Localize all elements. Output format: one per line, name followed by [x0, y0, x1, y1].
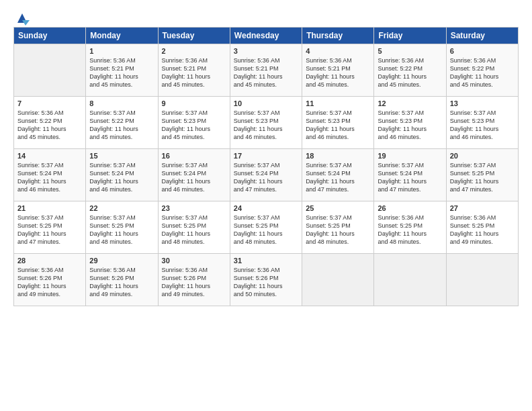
week-row-1: 1Sunrise: 5:36 AM Sunset: 5:21 PM Daylig… — [14, 44, 519, 97]
calendar-cell: 13Sunrise: 5:37 AM Sunset: 5:23 PM Dayli… — [446, 97, 518, 149]
calendar-cell: 30Sunrise: 5:36 AM Sunset: 5:26 PM Dayli… — [158, 254, 230, 306]
calendar-cell: 28Sunrise: 5:36 AM Sunset: 5:26 PM Dayli… — [14, 254, 86, 306]
day-number: 11 — [306, 99, 370, 107]
day-info: Sunrise: 5:37 AM Sunset: 5:24 PM Dayligh… — [89, 161, 154, 194]
day-number: 9 — [162, 99, 226, 107]
calendar-cell: 9Sunrise: 5:37 AM Sunset: 5:23 PM Daylig… — [158, 97, 230, 149]
day-number: 31 — [234, 257, 298, 265]
calendar-cell: 24Sunrise: 5:37 AM Sunset: 5:25 PM Dayli… — [230, 201, 302, 254]
col-header-thursday: Thursday — [302, 28, 374, 44]
calendar-cell — [302, 254, 374, 306]
calendar-cell: 11Sunrise: 5:37 AM Sunset: 5:23 PM Dayli… — [302, 97, 374, 149]
day-number: 15 — [89, 152, 154, 160]
day-number: 8 — [89, 99, 154, 107]
day-info: Sunrise: 5:37 AM Sunset: 5:25 PM Dayligh… — [162, 214, 226, 246]
calendar-cell: 26Sunrise: 5:36 AM Sunset: 5:25 PM Dayli… — [374, 201, 446, 254]
calendar-cell: 3Sunrise: 5:36 AM Sunset: 5:21 PM Daylig… — [230, 44, 302, 97]
day-info: Sunrise: 5:36 AM Sunset: 5:22 PM Dayligh… — [17, 109, 82, 142]
calendar-cell — [374, 254, 446, 306]
week-row-4: 21Sunrise: 5:37 AM Sunset: 5:25 PM Dayli… — [14, 201, 519, 254]
day-info: Sunrise: 5:37 AM Sunset: 5:24 PM Dayligh… — [378, 161, 442, 194]
day-info: Sunrise: 5:36 AM Sunset: 5:22 PM Dayligh… — [378, 56, 442, 89]
calendar-cell: 21Sunrise: 5:37 AM Sunset: 5:25 PM Dayli… — [14, 201, 86, 254]
day-number: 14 — [17, 152, 82, 160]
day-info: Sunrise: 5:36 AM Sunset: 5:26 PM Dayligh… — [162, 266, 226, 299]
col-header-sunday: Sunday — [14, 28, 86, 44]
day-number: 1 — [89, 47, 154, 55]
day-number: 12 — [378, 99, 442, 107]
day-number: 3 — [234, 47, 298, 55]
calendar-cell: 1Sunrise: 5:36 AM Sunset: 5:21 PM Daylig… — [86, 44, 158, 97]
day-info: Sunrise: 5:36 AM Sunset: 5:26 PM Dayligh… — [17, 266, 82, 299]
day-number: 27 — [450, 204, 515, 212]
calendar-cell: 29Sunrise: 5:36 AM Sunset: 5:26 PM Dayli… — [86, 254, 158, 306]
calendar-cell: 8Sunrise: 5:37 AM Sunset: 5:22 PM Daylig… — [86, 97, 158, 149]
day-info: Sunrise: 5:37 AM Sunset: 5:25 PM Dayligh… — [234, 214, 298, 246]
day-number: 25 — [306, 204, 370, 212]
col-header-monday: Monday — [86, 28, 158, 44]
day-number: 28 — [17, 257, 82, 265]
week-row-3: 14Sunrise: 5:37 AM Sunset: 5:24 PM Dayli… — [14, 149, 519, 201]
calendar-cell: 17Sunrise: 5:37 AM Sunset: 5:24 PM Dayli… — [230, 149, 302, 201]
calendar-cell: 15Sunrise: 5:37 AM Sunset: 5:24 PM Dayli… — [86, 149, 158, 201]
day-number: 16 — [162, 152, 226, 160]
calendar-cell: 4Sunrise: 5:36 AM Sunset: 5:21 PM Daylig… — [302, 44, 374, 97]
day-number: 7 — [17, 99, 82, 107]
day-info: Sunrise: 5:36 AM Sunset: 5:21 PM Dayligh… — [306, 56, 370, 89]
day-info: Sunrise: 5:37 AM Sunset: 5:25 PM Dayligh… — [17, 214, 82, 246]
calendar-cell: 2Sunrise: 5:36 AM Sunset: 5:21 PM Daylig… — [158, 44, 230, 97]
calendar-cell: 6Sunrise: 5:36 AM Sunset: 5:22 PM Daylig… — [446, 44, 518, 97]
day-number: 21 — [17, 204, 82, 212]
day-number: 5 — [378, 47, 442, 55]
day-info: Sunrise: 5:37 AM Sunset: 5:25 PM Dayligh… — [450, 161, 515, 194]
calendar-cell: 23Sunrise: 5:37 AM Sunset: 5:25 PM Dayli… — [158, 201, 230, 254]
calendar-cell: 5Sunrise: 5:36 AM Sunset: 5:22 PM Daylig… — [374, 44, 446, 97]
col-header-saturday: Saturday — [446, 28, 518, 44]
calendar-cell: 7Sunrise: 5:36 AM Sunset: 5:22 PM Daylig… — [14, 97, 86, 149]
calendar-cell: 25Sunrise: 5:37 AM Sunset: 5:25 PM Dayli… — [302, 201, 374, 254]
calendar-cell: 20Sunrise: 5:37 AM Sunset: 5:25 PM Dayli… — [446, 149, 518, 201]
day-number: 24 — [234, 204, 298, 212]
day-info: Sunrise: 5:37 AM Sunset: 5:22 PM Dayligh… — [89, 109, 154, 142]
calendar-cell: 31Sunrise: 5:36 AM Sunset: 5:26 PM Dayli… — [230, 254, 302, 306]
logo — [13, 12, 30, 23]
week-row-2: 7Sunrise: 5:36 AM Sunset: 5:22 PM Daylig… — [14, 97, 519, 149]
day-info: Sunrise: 5:37 AM Sunset: 5:25 PM Dayligh… — [306, 214, 370, 246]
col-header-friday: Friday — [374, 28, 446, 44]
day-number: 26 — [378, 204, 442, 212]
day-number: 29 — [89, 257, 154, 265]
day-number: 13 — [450, 99, 515, 107]
calendar-header-row: SundayMondayTuesdayWednesdayThursdayFrid… — [14, 28, 519, 44]
day-info: Sunrise: 5:36 AM Sunset: 5:21 PM Dayligh… — [162, 56, 226, 89]
calendar-cell — [446, 254, 518, 306]
day-number: 20 — [450, 152, 515, 160]
day-info: Sunrise: 5:37 AM Sunset: 5:25 PM Dayligh… — [89, 214, 154, 246]
calendar-cell: 14Sunrise: 5:37 AM Sunset: 5:24 PM Dayli… — [14, 149, 86, 201]
header — [13, 12, 519, 23]
day-info: Sunrise: 5:37 AM Sunset: 5:24 PM Dayligh… — [234, 161, 298, 194]
day-number: 22 — [89, 204, 154, 212]
calendar-cell: 19Sunrise: 5:37 AM Sunset: 5:24 PM Dayli… — [374, 149, 446, 201]
day-number: 10 — [234, 99, 298, 107]
day-number: 19 — [378, 152, 442, 160]
day-info: Sunrise: 5:36 AM Sunset: 5:26 PM Dayligh… — [234, 266, 298, 299]
calendar-cell: 18Sunrise: 5:37 AM Sunset: 5:24 PM Dayli… — [302, 149, 374, 201]
calendar-cell: 22Sunrise: 5:37 AM Sunset: 5:25 PM Dayli… — [86, 201, 158, 254]
day-info: Sunrise: 5:37 AM Sunset: 5:24 PM Dayligh… — [17, 161, 82, 194]
day-info: Sunrise: 5:37 AM Sunset: 5:24 PM Dayligh… — [162, 161, 226, 194]
day-info: Sunrise: 5:37 AM Sunset: 5:23 PM Dayligh… — [306, 109, 370, 142]
calendar-table: SundayMondayTuesdayWednesdayThursdayFrid… — [13, 27, 519, 306]
logo-icon — [15, 11, 30, 26]
day-info: Sunrise: 5:37 AM Sunset: 5:23 PM Dayligh… — [162, 109, 226, 142]
day-info: Sunrise: 5:37 AM Sunset: 5:23 PM Dayligh… — [234, 109, 298, 142]
day-info: Sunrise: 5:36 AM Sunset: 5:25 PM Dayligh… — [378, 214, 442, 246]
calendar-cell: 10Sunrise: 5:37 AM Sunset: 5:23 PM Dayli… — [230, 97, 302, 149]
day-number: 4 — [306, 47, 370, 55]
week-row-5: 28Sunrise: 5:36 AM Sunset: 5:26 PM Dayli… — [14, 254, 519, 306]
calendar-cell: 27Sunrise: 5:36 AM Sunset: 5:25 PM Dayli… — [446, 201, 518, 254]
page-container: SundayMondayTuesdayWednesdayThursdayFrid… — [0, 0, 532, 313]
col-header-wednesday: Wednesday — [230, 28, 302, 44]
day-info: Sunrise: 5:37 AM Sunset: 5:24 PM Dayligh… — [306, 161, 370, 194]
day-info: Sunrise: 5:36 AM Sunset: 5:21 PM Dayligh… — [89, 56, 154, 89]
col-header-tuesday: Tuesday — [158, 28, 230, 44]
